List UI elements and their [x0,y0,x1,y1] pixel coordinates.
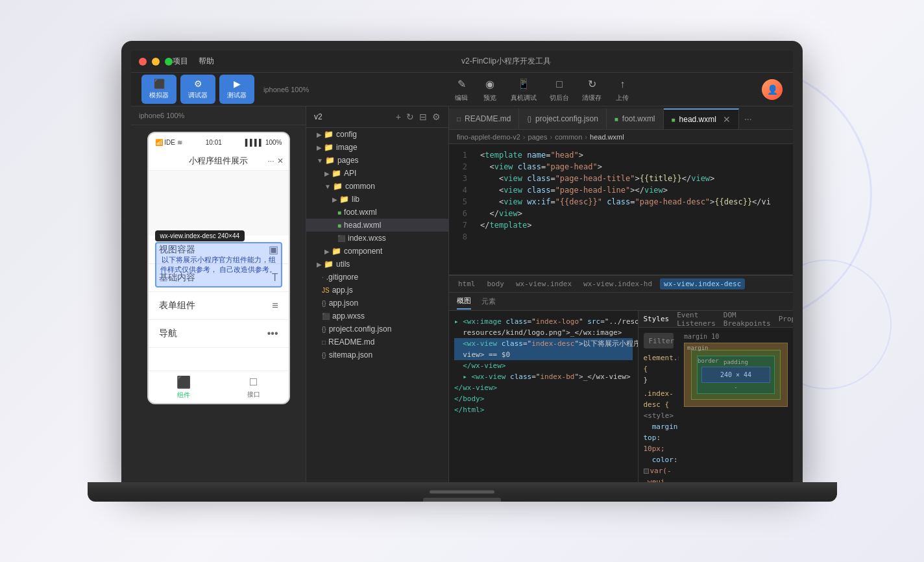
file-collapse-icon[interactable]: ⊟ [419,112,427,122]
simulator-icon: ⬛ [154,79,165,89]
tree-item-app-json[interactable]: {} app.json [306,297,448,310]
selector-body[interactable]: body [483,278,509,289]
css-prop-margin-top: margin-top [644,422,679,442]
file-refresh-icon[interactable]: ↻ [406,112,414,122]
code-editor[interactable]: 12345678 <template name="head"> <view cl… [449,144,793,482]
preview-icon: ◉ [482,77,498,92]
sim-action-more[interactable]: ··· [267,156,274,165]
box-border-label: border [698,358,719,364]
edit-action[interactable]: ✎ 编辑 [454,77,469,103]
sim-nav-components[interactable]: ⬛ 组件 [149,371,219,403]
css-selector-index-desc: .index-desc { [644,389,674,409]
edit-icon: ✎ [454,77,469,92]
breadcrumb-sep-3: › [585,133,587,141]
menu-bar: 项目 帮助 [173,56,214,67]
devtools-tab-elements[interactable]: 元素 [481,294,496,309]
html-tree-line-2[interactable]: <wx-view class="index-desc">以下将展示小程序官方组件… [454,338,633,349]
background-action[interactable]: □ 切后台 [550,77,569,103]
test-button[interactable]: ▶ 测试器 [219,75,254,104]
tree-item-image[interactable]: ▶ 📁 image [306,141,448,154]
simulator-device: 📶 IDE ≋ 10:01 ▌▌▌▌ 100% 小程序组件展示 ··· ✕ [147,132,290,404]
tree-item-component-label: component [344,247,382,256]
sim-action-close[interactable]: ✕ [277,156,284,165]
selector-wx-view-index[interactable]: wx-view.index [512,278,576,289]
tree-item-foot-wxml[interactable]: ■ foot.wxml [306,206,448,219]
tab-head-close[interactable]: ✕ [723,114,731,125]
simulator-button[interactable]: ⬛ 模拟器 [141,75,176,104]
styles-tab-properties[interactable]: Properties [779,312,793,326]
tree-item-pages-label: pages [337,156,359,165]
code-upper: 12345678 <template name="head"> <view cl… [449,144,793,275]
menu-item-help[interactable]: 帮助 [199,56,214,67]
code-line-6: </view> [480,208,785,219]
minimize-button[interactable] [152,58,160,66]
sim-section-2[interactable]: 表单组件 ≡ [149,292,289,320]
menu-item-project[interactable]: 项目 [173,56,188,67]
box-model-content: 240 × 44 [701,367,770,383]
tree-item-utils[interactable]: ▶ 📁 utils [306,258,448,271]
tree-item-gitignore[interactable]: · .gitignore [306,271,448,284]
tree-item-lib[interactable]: ▶ 📁 lib [306,193,448,206]
app-window: 项目 帮助 v2-FinClip小程序开发工具 ⬛ 模拟器 ⚙ 调 [131,51,793,482]
tree-item-sitemap-label: sitemap.json [329,350,372,360]
html-tree[interactable]: ▸ <wx:image class="index-logo" src="../r… [449,311,638,482]
maximize-button[interactable] [165,58,173,66]
sim-title-actions: ··· ✕ [267,156,283,165]
tree-item-project-config[interactable]: {} project.config.json [306,323,448,336]
preview-action[interactable]: ◉ 预览 [482,77,498,103]
tree-item-index-wxss[interactable]: ⬛ index.wxss [306,232,448,245]
box-model-title: margin 10 [684,333,788,340]
tab-more-button[interactable]: ··· [739,108,757,129]
tree-item-pages[interactable]: ▼ 📁 pages [306,154,448,167]
tab-readme[interactable]: □ README.md [449,108,519,129]
sim-app-title: 小程序组件展示 [189,155,248,167]
styles-tab-styles[interactable]: Styles [644,312,670,326]
html-tree-line-6: </wx-view> [454,382,633,393]
tab-head-wxml[interactable]: ■ head.wxml ✕ [664,108,739,129]
sim-nav-interfaces[interactable]: □ 接口 [219,371,289,403]
tree-item-readme[interactable]: □ README.md [306,336,448,348]
element-selector-bar: html body wx-view.index wx-view.index-hd… [449,276,793,293]
real-device-action[interactable]: 📱 真机调试 [511,77,537,103]
devtools-lower: html body wx-view.index wx-view.index-hd… [449,275,793,482]
devtools-tab-overview[interactable]: 概图 [457,293,471,310]
sim-nav-components-icon: ⬛ [176,375,191,389]
selector-wx-view-index-hd[interactable]: wx-view.index-hd [579,278,656,289]
upload-action[interactable]: ↑ 上传 [614,77,630,103]
file-new-icon[interactable]: + [396,112,401,122]
file-settings-icon[interactable]: ⚙ [432,112,441,122]
tree-item-sitemap[interactable]: {} sitemap.json [306,348,448,361]
tree-item-component[interactable]: ▶ 📁 component [306,245,448,258]
app-title: v2-FinClip小程序开发工具 [227,56,785,67]
tree-item-api[interactable]: ▶ 📁 API [306,167,448,180]
box-padding-label: padding [723,359,748,365]
selector-html[interactable]: html [454,278,480,289]
user-avatar[interactable]: 👤 [762,79,783,100]
selector-wx-view-index-desc[interactable]: wx-view.index-desc [660,278,745,289]
tree-item-api-label: API [344,169,356,178]
sim-section-3[interactable]: 导航 ••• [149,320,289,348]
close-button[interactable] [139,58,147,66]
box-model: margin 10 margin border padding [684,333,788,477]
window-controls [139,58,173,66]
styles-filter[interactable]: Filter :hov .cls + [644,333,674,348]
tree-item-head-wxml[interactable]: ■ head.wxml [306,219,448,232]
tree-item-common[interactable]: ▼ 📁 common [306,180,448,193]
code-line-4: <view class="page-head-line"></view> [480,184,785,196]
title-bar: 项目 帮助 v2-FinClip小程序开发工具 [131,51,793,73]
tree-item-app-wxss[interactable]: ⬛ app.wxss [306,310,448,323]
simulator-header: iphone6 100% [131,106,306,125]
debugger-button[interactable]: ⚙ 调试器 [180,75,215,104]
clear-cache-action[interactable]: ↻ 清缓存 [582,77,602,103]
debugger-icon: ⚙ [194,79,202,89]
breadcrumb-sep-2: › [550,133,553,141]
tree-item-config[interactable]: ▶ 📁 config [306,128,448,141]
code-content[interactable]: <template name="head"> <view class="page… [472,144,793,275]
html-tree-line-3[interactable]: view> == $0 [454,349,633,360]
css-color-swatch [644,469,649,474]
tab-foot-wxml[interactable]: ■ foot.wxml [607,108,664,129]
tab-project-config[interactable]: {} project.config.json [519,108,606,129]
real-device-icon: 📱 [516,77,531,92]
tree-item-app-js[interactable]: JS app.js [306,284,448,297]
tree-item-app-wxss-label: app.wxss [332,312,365,321]
